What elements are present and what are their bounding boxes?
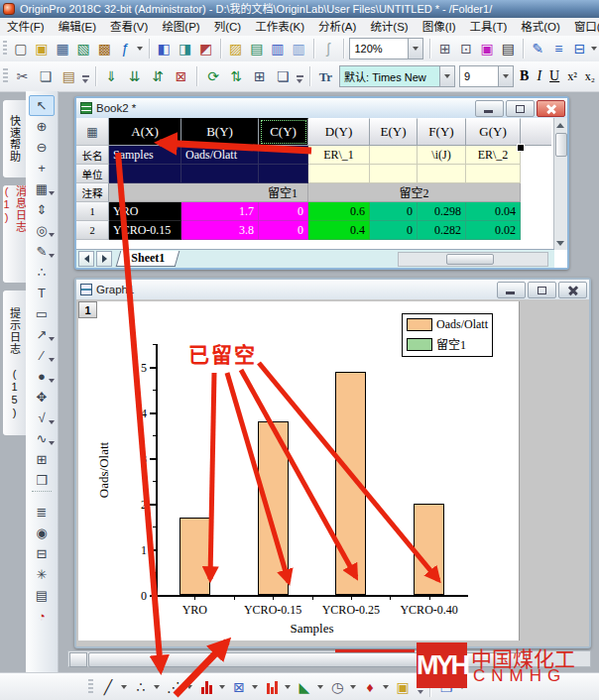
data-reader-tool[interactable]: + [29,158,55,178]
column-header-c[interactable]: C(Y) [259,118,308,146]
copy-button[interactable]: ❏ [35,65,56,87]
rescale-tool[interactable]: ⇕ [29,199,55,220]
cell[interactable]: 0.6 [308,202,370,221]
cell[interactable]: ER\_1 [308,146,370,165]
special-column-plot-button-dropdown[interactable] [285,685,291,689]
row-label[interactable]: 长名 [76,146,109,165]
pointer-tool[interactable]: ↖ [29,95,55,116]
layer-tool[interactable]: ⊞ [29,449,55,470]
book2-title-bar[interactable]: Book2 * [76,98,567,119]
column-plot-button-dropdown[interactable] [219,685,225,689]
menu-编辑E[interactable]: 编辑(E) [52,18,103,36]
graph-template-button[interactable]: ⊠ [228,676,250,698]
scatter-plot-button-dropdown[interactable] [154,685,160,689]
layout-rows-button[interactable]: ≡ [549,38,568,59]
region-select-tool[interactable]: ▦ [29,178,55,199]
column-header-d[interactable]: D(Y) [308,118,370,146]
line-symbol-plot-button-dropdown[interactable] [186,685,192,689]
text-tool[interactable]: T [29,283,55,303]
draw-tool[interactable]: ✎ [29,241,55,262]
menu-窗口W[interactable]: 窗口(W) [567,18,599,36]
prev-sheet-arrow[interactable] [78,251,94,267]
open-excel-button[interactable]: ▤ [247,38,266,59]
duplicate-sheet-button[interactable]: ❏ [273,65,294,87]
cell[interactable] [370,165,418,183]
cell[interactable]: 3.8 [181,221,259,240]
cell[interactable] [370,146,418,165]
ellipse-tool[interactable]: ● [29,366,55,387]
cell[interactable]: 0.4 [308,221,370,240]
import-single-ascii-button[interactable]: ◨ [176,38,194,59]
cell[interactable]: 0 [370,221,418,240]
graph1-title-bar[interactable]: Graph1 [76,280,589,300]
x-axis-title[interactable]: Samples [290,621,333,637]
y-axis-title[interactable]: Oads/Olatt [96,441,112,497]
rectangle-tool[interactable]: ▭ [29,303,55,324]
column-header-b[interactable]: B(Y) [181,118,259,146]
cell[interactable]: 0.298 [418,202,466,221]
restore-button[interactable] [506,100,535,117]
column-plot-button[interactable] [195,676,217,698]
menu-列C[interactable]: 列(C) [207,18,248,36]
font-name-combo[interactable]: 默认: Times New [339,65,455,87]
menu-查看V[interactable]: 查看(V) [103,18,155,36]
select-all-corner[interactable]: ▦ [76,118,109,146]
new-graph-button[interactable]: ▧ [74,38,93,59]
menu-图像I[interactable]: 图像(I) [416,18,463,36]
new-matrix-button[interactable]: ▩ [95,38,114,59]
close-button[interactable] [537,100,565,117]
3d-plot-button-dropdown[interactable] [459,685,465,689]
theme-circle-icon[interactable]: ◉ [29,523,55,543]
import-multiple-button[interactable]: ⇵ [148,65,169,87]
column-header-g[interactable]: G(Y) [466,118,521,146]
next-sheet-arrow[interactable] [96,251,112,267]
minimize-button[interactable] [475,100,504,117]
cell[interactable] [466,165,521,183]
zoom-out-tool[interactable]: ⊖ [29,137,55,158]
equation-tool[interactable]: √ [29,408,55,428]
line-plot-button[interactable]: ╱ [97,676,119,698]
dock-tab-hint-log[interactable]: 提示日志 (15) [2,290,26,436]
scatter-plot-button[interactable]: ∴ [130,676,152,698]
grip-dots[interactable]: ∴ [29,262,55,283]
print-button[interactable]: ⊞ [435,38,454,59]
page-number-badge[interactable]: 1 [78,301,97,318]
toolbar-overflow[interactable] [296,66,304,86]
cell[interactable]: YCRO-0.15 [109,221,181,240]
cell[interactable]: Samples [109,146,181,165]
menu-分析A[interactable]: 分析(A) [311,18,363,36]
import-excel-button[interactable]: ⊠ [171,65,191,87]
save-button[interactable]: ▥ [268,38,287,59]
comments-group1[interactable]: 留空1 [109,183,308,202]
import-wizard-button[interactable]: ◧ [155,38,174,59]
reimport-button[interactable]: ⟳ [202,65,223,87]
menu-格式O[interactable]: 格式(O) [514,18,567,36]
import-ascii-options-button[interactable]: ⇊ [124,65,145,87]
superscript-button[interactable]: x² [567,69,577,84]
paste-button[interactable]: ▤ [59,65,79,87]
underline-button[interactable]: U [549,68,559,84]
mask-tool[interactable]: ◎ [29,220,55,241]
graph-page[interactable]: 012345YROYCRO-0.15YCRO-0.25YCRO-0.40Oads… [78,301,520,641]
pan-tool[interactable]: ✥ [29,387,55,408]
area-plot-button-dropdown[interactable] [317,685,323,689]
3d-plot-button[interactable]: ❒ [435,676,457,698]
graph-template-button-dropdown[interactable] [252,685,258,689]
toolbar-overflow[interactable] [416,677,424,697]
column-header-e[interactable]: E(Y) [370,118,418,146]
menu-工具T[interactable]: 工具(T) [463,18,515,36]
bold-button[interactable]: B [520,68,529,84]
cell[interactable]: 0.04 [466,202,521,221]
close-button[interactable] [558,282,587,298]
cell[interactable]: Oads/Olatt [181,146,259,165]
3d-object-tool[interactable]: ❒ [29,470,55,491]
zoom-in-tool[interactable]: ⊕ [29,116,55,137]
update-sheet-button[interactable]: ⇅ [226,65,247,87]
menu-工作表K[interactable]: 工作表(K) [248,18,311,36]
column-header-f[interactable]: F(Y) [418,118,466,146]
menu-文件F[interactable]: 文件(F) [0,18,52,36]
stock-plot-button[interactable]: ♦ [359,676,381,698]
subscript-button[interactable]: x₂ [585,69,595,84]
add-column-button[interactable]: ⊞ [249,65,270,87]
cell[interactable]: 0.02 [466,221,521,240]
